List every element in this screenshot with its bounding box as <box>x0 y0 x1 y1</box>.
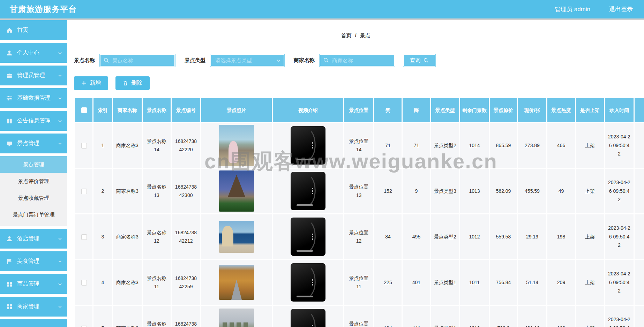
cell-type: 景点类型1 <box>431 260 459 305</box>
cell-price: 756.84 <box>490 260 517 305</box>
sidebar-subitem-scenic-ticket-order[interactable]: 景点门票订单管理 <box>0 206 67 223</box>
cell-merchant: 商家名称3 <box>113 123 142 168</box>
sidebar-item-base-data[interactable]: 基础数据管理 <box>0 88 67 108</box>
cell-status: 上架 <box>576 169 604 213</box>
layout: 首页 个人中心 管理员管理 基础数据管理 公告信息管理 景点管理 景点管理景点评… <box>0 20 644 327</box>
sidebar-item-merchant-manage[interactable]: 商家管理 <box>0 297 67 317</box>
cell-merchant: 商家名称3 <box>113 306 142 327</box>
sidebar-item-label: 美食管理 <box>17 258 58 265</box>
sidebar-item-scenic-manage[interactable]: 景点管理 <box>0 134 67 153</box>
cell-tickets: 1011 <box>460 260 489 305</box>
chevron-down-icon <box>58 141 62 146</box>
row-checkbox[interactable] <box>81 234 87 240</box>
cell-tickets: 1012 <box>460 214 489 259</box>
chevron-down-icon <box>58 51 62 55</box>
sidebar-item-profile[interactable]: 个人中心 <box>0 43 67 63</box>
cell-type: 景点类型1 <box>431 306 459 327</box>
table-row: 5 商家名称3 景点名称10 1682473842261 景点位置10 184 … <box>75 306 644 327</box>
cell-heat: 198 <box>547 214 575 259</box>
video-player[interactable] <box>291 126 325 165</box>
cell-checkbox <box>75 214 92 259</box>
cell-current-price: 273.89 <box>518 123 546 168</box>
cell-actions: 详情 <box>635 260 644 305</box>
cell-photo <box>201 123 272 168</box>
cell-actions: 详情 <box>635 214 644 259</box>
video-player[interactable] <box>291 218 325 256</box>
column-header: 景点热度 <box>547 98 575 122</box>
video-player[interactable] <box>291 172 325 210</box>
scenic-photo[interactable] <box>219 170 254 212</box>
delete-button[interactable]: 删除 <box>115 76 150 90</box>
chevron-down-icon <box>58 119 62 123</box>
user-icon <box>6 50 13 56</box>
top-header: 甘肃旅游服务平台 管理员 admin 退出登录 <box>0 0 644 18</box>
cell-time: 2023-04-26 09:50:42 <box>605 260 634 305</box>
sidebar-item-hotel-manage[interactable]: 酒店管理 <box>0 229 67 249</box>
grid-icon <box>6 304 13 310</box>
column-header: 赞 <box>374 98 402 122</box>
sidebar-item-goods-manage[interactable]: 商品管理 <box>0 274 67 294</box>
search-icon <box>423 58 429 63</box>
column-header: 景点类型 <box>431 98 459 122</box>
sidebar-subitem-scenic-list[interactable]: 景点管理 <box>0 156 67 173</box>
chevron-down-icon <box>58 282 62 287</box>
cell-scenic-name: 景点名称11 <box>143 260 171 305</box>
column-header: 景点编号 <box>172 98 200 122</box>
row-checkbox[interactable] <box>81 143 87 149</box>
chevron-down-icon <box>58 304 62 309</box>
search-icon <box>323 57 329 63</box>
sidebar-item-admin-manage[interactable]: 管理员管理 <box>0 66 67 85</box>
cell-merchant: 商家名称3 <box>113 169 142 213</box>
sidebar-subitem-scenic-favorite[interactable]: 景点收藏管理 <box>0 190 67 206</box>
merchant-name-input[interactable] <box>319 54 395 67</box>
scenic-photo[interactable] <box>219 309 254 327</box>
cell-scenic-name: 景点名称14 <box>143 123 171 168</box>
table-header-row: 索引商家名称景点名称景点编号景点照片视频介绍景点位置赞踩景点类型剩余门票数景点原… <box>75 98 644 122</box>
scenic-photo[interactable] <box>219 125 254 166</box>
column-header: 现价/张 <box>518 98 546 122</box>
sidebar-item-home[interactable]: 首页 <box>0 20 67 40</box>
app-title: 甘肃旅游服务平台 <box>0 4 77 15</box>
scenic-name-input[interactable] <box>99 54 175 67</box>
cell-dislikes: 71 <box>403 123 430 168</box>
cell-photo <box>201 214 272 259</box>
scenic-photo[interactable] <box>219 265 254 300</box>
sidebar-item-food-manage[interactable]: 美食管理 <box>0 251 67 271</box>
table-wrap: 索引商家名称景点名称景点编号景点照片视频介绍景点位置赞踩景点类型剩余门票数景点原… <box>74 97 644 327</box>
scenic-type-placeholder: 请选择景点类型 <box>215 57 252 64</box>
scenic-type-select[interactable]: 请选择景点类型 <box>210 54 285 67</box>
row-checkbox[interactable] <box>81 280 87 286</box>
cell-heat: 160 <box>547 306 575 327</box>
add-button[interactable]: 新增 <box>74 76 108 90</box>
column-header: 索引 <box>93 98 112 122</box>
table-row: 3 商家名称3 景点名称12 1682473842212 景点位置12 84 4… <box>75 214 644 259</box>
logout-link[interactable]: 退出登录 <box>609 5 633 13</box>
row-checkbox[interactable] <box>81 189 87 194</box>
sidebar-item-label: 基础数据管理 <box>17 94 58 102</box>
cell-scenic-code: 1682473842220 <box>172 123 200 168</box>
select-all-cell <box>75 98 92 122</box>
video-player[interactable] <box>291 309 325 327</box>
sidebar: 首页 个人中心 管理员管理 基础数据管理 公告信息管理 景点管理 景点管理景点评… <box>0 20 67 327</box>
scenic-photo[interactable] <box>219 221 254 253</box>
sidebar-item-notice-info[interactable]: 公告信息管理 <box>0 111 67 131</box>
row-checkbox[interactable] <box>81 326 87 327</box>
search-button[interactable]: 查询 <box>403 54 436 67</box>
video-player[interactable] <box>291 263 325 302</box>
column-header: 景点名称 <box>143 98 171 122</box>
column-header: 录入时间 <box>605 98 634 122</box>
cell-location: 景点位置13 <box>344 169 373 213</box>
column-header: 视频介绍 <box>273 98 343 122</box>
select-all-checkbox[interactable] <box>81 107 87 113</box>
cell-checkbox <box>75 123 92 168</box>
flag-icon <box>6 258 13 265</box>
breadcrumb-current: 景点 <box>360 32 370 38</box>
sidebar-item-partial[interactable] <box>0 319 67 327</box>
scenic-name-label: 景点名称 <box>74 57 95 64</box>
cell-time: 2023-04-26 09:50:42 <box>605 123 634 168</box>
cell-type: 景点类型2 <box>431 123 459 168</box>
sidebar-subitem-scenic-review[interactable]: 景点评价管理 <box>0 173 67 190</box>
cell-actions: 详情 <box>635 169 644 213</box>
filter-bar: 景点名称 景点类型 请选择景点类型 商家名称 <box>74 54 644 67</box>
breadcrumb-home[interactable]: 首页 <box>341 32 351 38</box>
